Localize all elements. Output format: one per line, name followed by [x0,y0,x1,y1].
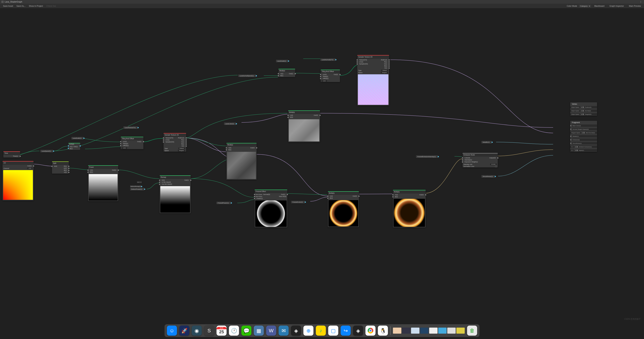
macos-dock: ☺ 🚀 ◉ S 10月25 🕐 💬 ▦ W ✉ ◈ ⊕ ♪ ▢ ↪ ◈ 🐧 🗑 [0,322,644,339]
graph-canvas[interactable]: Time Time(1) LavaSpeed(1) Multiply A(1) … [0,8,644,322]
grey-preview-1 [289,119,319,142]
remap-node[interactable]: Remap In(1)Out(1) In Min Max(2) Out Min … [160,175,191,213]
color-mode-label: Color Mode [567,5,577,7]
window-title: Lava_ShaderGraph [5,1,22,3]
split-node[interactable]: Split In(4)R(1) G(1) B(1) A(1) [52,161,69,174]
multiply-top-node[interactable]: Multiply A(1)Out(1) B(1) [278,69,295,77]
qqmusic-icon[interactable]: ♪ [316,326,326,336]
qq-icon[interactable]: 🐧 [378,326,388,336]
checkout-button: Check Out [44,4,58,8]
tiling-offset-2-node[interactable]: Tiling And Offset UV(2)Out(2) Tiling(2) … [321,70,340,82]
sample-texture-2-node[interactable]: Sample Texture 2D Texture(T2)RGBA(4) UV(… [357,55,389,106]
chrome-icon[interactable] [366,326,376,336]
app-icon-3[interactable]: ⊕ [304,326,314,336]
sublime-icon[interactable]: S [204,326,214,336]
app-icon-5[interactable]: ↪ [340,326,351,336]
lava-texture-chip[interactable]: LavaTexture(T2) [123,126,138,129]
multiply-color-node[interactable]: Multiply A(4)Out(4) B(4) [288,110,320,142]
fresnel-preview [255,200,286,227]
time-node[interactable]: Time Time(1) [3,151,20,158]
fresnel-emission-chip[interactable]: FresnelEmissionIntensity(1) [416,155,438,158]
fresnel-color-preview [328,200,358,226]
main-preview-button[interactable]: Main Preview [627,4,643,8]
fresnel-power-chip[interactable]: FresnelPower(1) [216,202,231,204]
unity-icon[interactable]: ◈ [291,326,301,336]
finder-icon[interactable]: ☺ [167,326,177,336]
trash-icon[interactable]: 🗑 [467,326,477,336]
power-node[interactable]: Power A(1)Out(1) B(1) [88,165,118,201]
dock-thumbnails[interactable] [393,328,465,334]
multiply1-node[interactable]: Multiply A(1) Out(1) B(1) [68,145,80,150]
metallic-chip[interactable]: Metallic(1) [481,141,492,144]
multiply-mid-node[interactable]: Multiply A(4)Out(4) B(4) [226,143,256,180]
save-asset-button[interactable]: Save Asset [1,4,15,8]
color-mode-dropdown[interactable]: Category [579,5,591,8]
wps-icon[interactable]: W [266,326,276,336]
final-preview [394,199,425,227]
app-icon [1,1,4,3]
lava-normals-chip[interactable]: LavaNormals(T2) [320,58,336,61]
unity-hub-icon[interactable]: ◈ [353,326,363,336]
tiling-offset-1-node[interactable]: Tiling And Offset UV(2)Out(2) Tiling(2) … [121,137,144,149]
sample-texture-1-node[interactable]: Sample Texture 2D Texture(T2)RGBA(4) UV(… [164,133,186,152]
app-icon-4[interactable]: ▢ [328,326,338,336]
show-in-project-button[interactable]: Show In Project [27,4,44,8]
normal-preview [358,74,388,105]
app-icon-1[interactable]: ◉ [192,326,202,336]
bottom-remap-chip[interactable]: BottomRemap(1) [130,185,142,188]
app-icon-2[interactable]: ▦ [254,326,264,336]
blackboard-button[interactable]: Blackboard [593,4,606,8]
fresnel-node[interactable]: Fresnel Effect World SpaceNormal(3)Out(1… [254,190,287,228]
lava-scale2-chip[interactable]: LavaScale(1) [71,137,84,140]
lava-color-chip[interactable]: LavaColor(4) [224,122,236,125]
wechat-icon[interactable]: 💬 [241,326,252,336]
toolbar: Save Asset Save As... Show In Project Ch… [0,4,644,8]
fresnel-color-chip[interactable]: FresnelColor(4) [291,201,305,204]
master-stack[interactable]: Vertex Object Space▸Position(3) Object S… [570,102,597,157]
remap-x01-label: X 0 1 [137,181,142,183]
lava-scale-chip[interactable]: LavaScale(1) [276,60,288,62]
window-titlebar: Lava_ShaderGraph ⋮ [0,0,644,4]
emission-node[interactable]: Emission Node Color(3)Output(3) Intensit… [462,153,498,168]
lava-speed-chip[interactable]: LavaSpeed(1) [40,150,54,152]
agiso-icon[interactable]: ✉ [278,326,289,336]
grey-preview-2 [227,152,256,179]
remap-preview [160,186,190,212]
power-preview [89,174,118,200]
bottom-power-chip[interactable]: BottomPower(1) [130,188,144,190]
multiply-final-node[interactable]: Multiply A(4)Out(4) B(4) [393,190,426,228]
save-as-button[interactable]: Save As... [15,4,27,8]
calendar-icon[interactable]: 10月25 [216,326,226,336]
launchpad-icon[interactable]: 🚀 [179,326,189,336]
multiply-fresnel-node[interactable]: Multiply A(4)Out(4) B(4) [328,191,359,227]
clock-icon[interactable]: 🕐 [229,326,239,336]
uv-node[interactable]: UV Out(4) ChannelUV0 [2,161,34,200]
graph-inspector-button[interactable]: Graph Inspector [608,4,626,8]
kebab-icon[interactable]: ⋮ [639,0,643,3]
watermark: CSDN 思考的猴子 [624,318,641,320]
smoothness-chip[interactable]: Smoothness(1) [481,175,495,178]
lava-normal-speed-chip[interactable]: LavaNormalSpeed(1) [238,74,256,77]
uv-preview [3,170,33,200]
